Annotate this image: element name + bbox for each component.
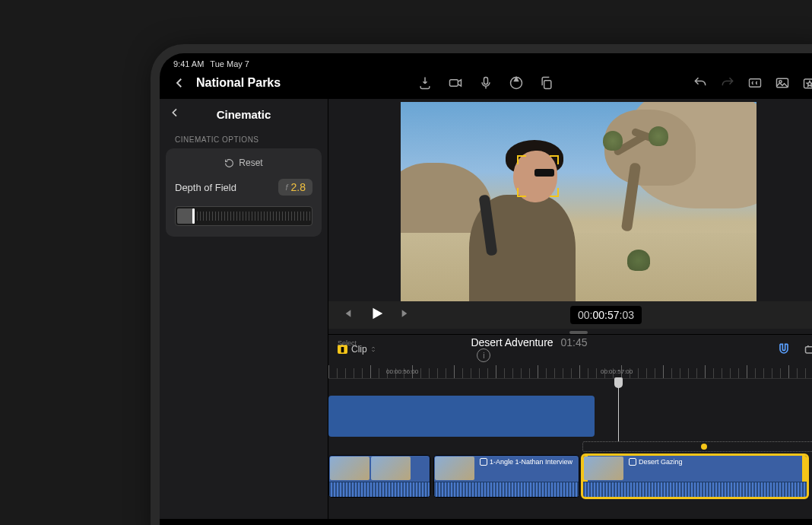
effect-clip[interactable]	[328, 396, 595, 437]
focus-keyframe[interactable]	[701, 444, 707, 450]
svg-rect-4	[750, 79, 761, 88]
timecode-display[interactable]: 00:00:57:03	[570, 306, 642, 324]
ruler-label: 00:00:56:00	[386, 368, 418, 375]
right-pane: 00:00:57:03 Select ▮ Clip Desert Adventu…	[328, 99, 812, 519]
mic-icon[interactable]	[477, 75, 494, 91]
chevron-updown-icon	[370, 345, 377, 353]
import-icon[interactable]	[417, 75, 433, 91]
cinematic-panel: Reset Depth of Field f 2.8	[166, 148, 322, 237]
tc-mid: 00:57	[592, 309, 619, 321]
magnetic-icon[interactable]	[776, 341, 792, 358]
marker-icon[interactable]	[508, 75, 525, 91]
depth-label: Depth of Field	[175, 182, 236, 193]
select-mode-label: Select	[338, 339, 357, 347]
camera-icon[interactable]	[447, 75, 464, 91]
prev-frame-button[interactable]	[341, 307, 356, 323]
tc-prefix: 00:	[578, 309, 592, 321]
inspector-title: Cinematic	[169, 108, 319, 121]
play-button[interactable]	[368, 305, 388, 325]
timeline[interactable]: 00:00:56:00 00:00:57:00	[328, 365, 812, 519]
viewer[interactable]	[328, 99, 812, 301]
tracks-area: 1-Angle 1-Nathan Interview Desert Gazing	[328, 379, 812, 441]
svg-rect-3	[544, 81, 551, 89]
cinematic-icon	[629, 458, 636, 466]
undo-icon[interactable]	[692, 75, 709, 91]
video-clip[interactable]: 1-Angle 1-Nathan Interview	[433, 455, 579, 498]
depth-value: 2.8	[291, 181, 306, 193]
tc-suffix: :03	[620, 309, 634, 321]
status-time: 9:41 AM	[173, 59, 204, 68]
info-icon[interactable]: i	[477, 348, 490, 362]
svg-rect-1	[484, 78, 488, 84]
angle-icon	[480, 458, 487, 466]
project-title: National Parks	[196, 76, 281, 90]
video-clip[interactable]	[328, 455, 430, 498]
copy-icon[interactable]	[538, 75, 555, 91]
timeline-tools-icon[interactable]	[803, 341, 812, 358]
project-duration: 01:45	[560, 336, 587, 348]
clip-name: 1-Angle 1-Nathan Interview	[490, 458, 573, 466]
reset-button[interactable]: Reset	[175, 156, 312, 174]
viewer-frame	[401, 102, 756, 301]
clip-name: Desert Gazing	[639, 458, 683, 466]
depth-slider[interactable]	[175, 206, 312, 226]
focus-points-track[interactable]	[582, 441, 812, 452]
depth-value-field[interactable]: f 2.8	[278, 179, 312, 196]
status-bar: 9:41 AM Tue May 7	[160, 53, 812, 70]
svg-rect-0	[450, 80, 458, 86]
toolbar-right	[692, 75, 812, 91]
ipad-frame: 9:41 AM Tue May 7 National Parks	[160, 53, 812, 525]
transport-bar: 00:00:57:03	[328, 301, 812, 329]
section-label: CINEMATIC OPTIONS	[160, 128, 328, 148]
f-stop-prefix: f	[285, 183, 287, 192]
video-clip-selected[interactable]: Desert Gazing	[582, 455, 807, 498]
main-area: Cinematic CINEMATIC OPTIONS Reset Depth …	[160, 99, 812, 519]
photo-icon[interactable]	[774, 75, 791, 91]
back-button[interactable]	[170, 74, 189, 92]
favorite-icon[interactable]	[801, 75, 812, 91]
playhead[interactable]	[618, 379, 619, 441]
ruler-label: 00:00:57:00	[601, 368, 633, 375]
toolbar-center	[417, 75, 555, 91]
focus-indicator[interactable]	[517, 155, 559, 197]
redo-icon[interactable]	[719, 75, 736, 91]
inspector-panel: Cinematic CINEMATIC OPTIONS Reset Depth …	[160, 99, 328, 519]
time-ruler[interactable]: 00:00:56:00 00:00:57:00	[328, 365, 812, 379]
reset-label: Reset	[239, 158, 262, 168]
next-frame-button[interactable]	[400, 307, 415, 323]
project-bar: Select ▮ Clip Desert Adventure 01:45 i	[328, 334, 812, 365]
top-nav: National Parks	[160, 70, 812, 99]
status-date: Tue May 7	[210, 59, 249, 68]
cc-icon[interactable]	[747, 75, 763, 91]
svg-rect-8	[805, 347, 812, 353]
project-name[interactable]: Desert Adventure 01:45 i	[471, 336, 587, 362]
